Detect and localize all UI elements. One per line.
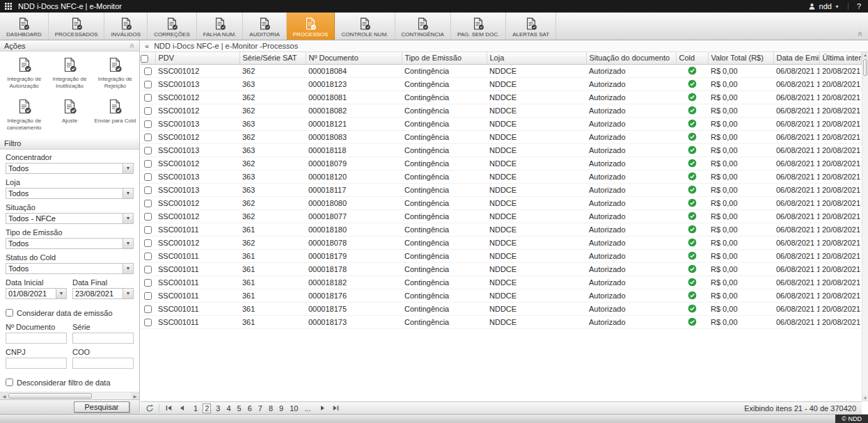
column-header[interactable]: Última interação [819, 52, 862, 64]
page-button[interactable]: 9 [278, 404, 285, 413]
pesquisar-button[interactable]: Pesquisar [74, 401, 129, 413]
table-row[interactable]: SSC001012 362 000018083 Contingência NDD… [141, 130, 862, 143]
scroll-down-icon[interactable]: ▼ [862, 395, 868, 401]
column-header[interactable]: Valor Total (R$) [708, 52, 773, 64]
page-button[interactable]: ... [303, 404, 312, 413]
table-row[interactable]: SSC001013 363 000018121 Contingência NDD… [141, 117, 862, 130]
situacao-select[interactable] [6, 214, 123, 223]
scrollbar-thumb[interactable] [863, 59, 867, 76]
table-row[interactable]: SSC001012 362 000018080 Contingência NDD… [141, 196, 862, 209]
scroll-up-icon[interactable]: ▲ [862, 52, 868, 58]
row-checkbox[interactable] [144, 279, 152, 287]
data-inicial-input[interactable] [6, 289, 56, 298]
status-cold-select[interactable] [6, 264, 123, 273]
help-button[interactable]: ? [857, 2, 861, 10]
refresh-icon[interactable] [144, 404, 155, 413]
row-checkbox[interactable] [144, 292, 152, 300]
ribbon-collapse-icon[interactable] [857, 31, 863, 37]
ribbon-tab[interactable]: AUDITORIA [243, 13, 286, 40]
considerar-emissao-checkbox[interactable] [6, 309, 13, 317]
next-page-icon[interactable] [317, 404, 329, 413]
ribbon-tab[interactable]: INVÁLIDOS [104, 13, 148, 40]
column-header[interactable]: PDV [155, 52, 239, 64]
page-button[interactable]: 6 [246, 404, 253, 413]
scroll-right-icon[interactable]: ▶ [131, 392, 139, 400]
page-button[interactable]: 5 [236, 404, 243, 413]
action-button[interactable]: Integração de Rejeição [93, 55, 138, 92]
cnpj-input[interactable] [6, 358, 67, 369]
table-row[interactable]: SSC001011 361 000018175 Contingência NDD… [141, 302, 862, 315]
column-header[interactable]: Data de Emissão [773, 52, 819, 64]
ribbon-tab[interactable]: CORREÇÕES [148, 13, 197, 40]
row-checkbox[interactable] [144, 134, 152, 141]
scrollbar-track[interactable] [8, 392, 131, 399]
table-row[interactable]: SSC001011 361 000018182 Contingência NDD… [141, 276, 862, 289]
row-checkbox[interactable] [144, 107, 152, 115]
row-checkbox[interactable] [144, 239, 152, 247]
ribbon-tab[interactable]: CONTINGÊNCIA [395, 13, 451, 40]
row-checkbox[interactable] [144, 305, 152, 313]
chevron-down-icon[interactable]: ▼ [123, 239, 133, 248]
row-checkbox[interactable] [144, 200, 152, 207]
action-button[interactable]: Enviar para Cold [93, 97, 138, 134]
row-checkbox[interactable] [144, 319, 152, 326]
action-button[interactable]: Integração de Inutilização [47, 55, 92, 92]
sidebar-horizontal-scrollbar[interactable]: ◀ ▶ [0, 392, 139, 399]
ribbon-tab[interactable]: PAG. SEM DOC. [451, 13, 506, 40]
column-header[interactable]: Nº Documento [306, 52, 402, 64]
page-button[interactable]: 4 [225, 404, 232, 413]
action-button[interactable]: Integração de cancelamento [1, 97, 47, 134]
user-menu[interactable]: ndd ▼ [819, 2, 839, 10]
row-checkbox[interactable] [144, 226, 152, 234]
row-checkbox[interactable] [144, 81, 152, 88]
page-button[interactable]: 1 [192, 404, 199, 413]
row-checkbox[interactable] [144, 186, 152, 194]
row-checkbox[interactable] [144, 67, 152, 75]
num-documento-input[interactable] [6, 333, 67, 344]
ribbon-tab[interactable]: FALHA NUM. [197, 13, 244, 40]
table-row[interactable]: SSC001011 361 000018173 Contingência NDD… [141, 315, 862, 328]
desconsiderar-data-label[interactable]: Desconsiderar filtro de data [17, 378, 111, 387]
last-page-icon[interactable] [331, 404, 342, 413]
table-row[interactable]: SSC001012 362 000018084 Contingência NDD… [141, 64, 862, 77]
column-header[interactable]: Situação do documento [586, 52, 676, 64]
ribbon-tab[interactable]: PROCESSOS [287, 13, 336, 40]
table-row[interactable]: SSC001012 362 000018081 Contingência NDD… [141, 90, 862, 104]
scrollbar-thumb[interactable] [8, 393, 92, 399]
table-row[interactable]: SSC001012 362 000018079 Contingência NDD… [141, 157, 862, 170]
table-row[interactable]: SSC001012 362 000018078 Contingência NDD… [141, 236, 862, 249]
chevron-down-icon[interactable]: ▼ [123, 214, 133, 223]
prev-page-icon[interactable] [176, 404, 187, 413]
page-button[interactable]: 8 [267, 404, 274, 413]
column-header[interactable]: Cold [676, 52, 708, 64]
coo-input[interactable] [72, 358, 134, 369]
page-button[interactable]: 7 [257, 404, 264, 413]
ribbon-tab[interactable]: ALERTAS SAT [506, 13, 556, 40]
row-checkbox[interactable] [144, 160, 152, 168]
tipo-emissao-select[interactable] [6, 239, 123, 248]
vertical-scrollbar[interactable]: ▲ ▼ [862, 52, 868, 401]
chevron-down-icon[interactable]: ▼ [123, 289, 133, 298]
table-row[interactable]: SSC001011 361 000018180 Contingência NDD… [141, 223, 862, 236]
table-row[interactable]: SSC001011 361 000018179 Contingência NDD… [141, 249, 862, 262]
desconsiderar-data-checkbox[interactable] [6, 378, 13, 386]
table-row[interactable]: SSC001012 362 000018077 Contingência NDD… [141, 209, 862, 223]
chevron-down-icon[interactable]: ▼ [123, 189, 133, 198]
table-row[interactable]: SSC001011 361 000018178 Contingência NDD… [141, 262, 862, 276]
row-checkbox[interactable] [144, 147, 152, 154]
row-checkbox[interactable] [144, 120, 152, 128]
chevron-down-icon[interactable]: ▼ [123, 264, 133, 273]
row-checkbox[interactable] [144, 173, 152, 181]
first-page-icon[interactable] [163, 404, 174, 413]
action-button[interactable]: Ajuste [47, 97, 92, 134]
chevron-down-icon[interactable]: ▼ [56, 289, 66, 298]
table-row[interactable]: SSC001013 363 000018118 Contingência NDD… [141, 143, 862, 157]
column-header[interactable]: Tipo de Emissão [402, 52, 487, 64]
row-checkbox[interactable] [144, 94, 152, 102]
apps-grid-icon[interactable] [5, 3, 12, 10]
loja-select[interactable] [6, 189, 123, 198]
table-row[interactable]: SSC001011 361 000018176 Contingência NDD… [141, 289, 862, 302]
select-all-checkbox[interactable] [141, 55, 148, 63]
considerar-emissao-label[interactable]: Considerar data de emissão [17, 309, 113, 317]
serie-input[interactable] [72, 333, 134, 344]
